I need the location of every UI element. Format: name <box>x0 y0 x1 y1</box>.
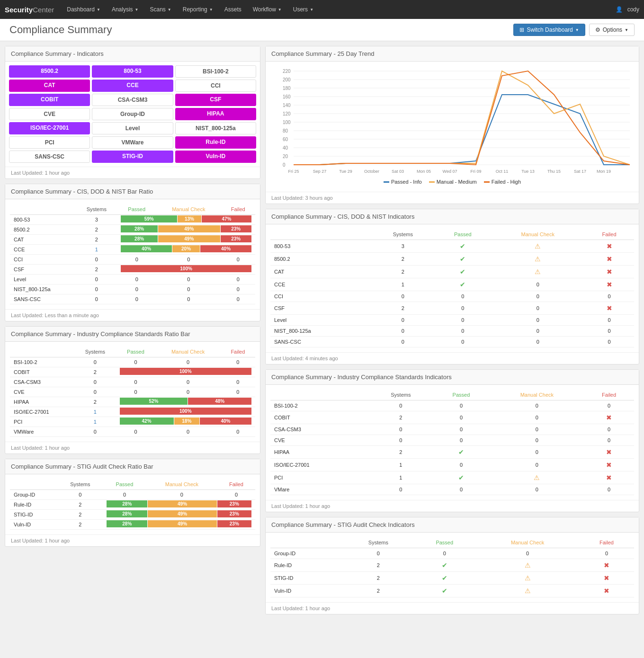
row-manual: 0 <box>490 400 584 411</box>
grid-icon: ⊞ <box>519 27 524 33</box>
row-name: 8500.2 <box>270 253 372 266</box>
page-title: Compliance Summary <box>9 24 112 36</box>
brand[interactable]: SecurityCenter <box>5 6 54 14</box>
indicator-cve[interactable]: CVE <box>9 108 90 120</box>
row-name: STIG-ID <box>270 572 344 585</box>
nav-workflow[interactable]: Workflow ▼ <box>247 0 287 19</box>
row-passed: 0 <box>413 548 476 559</box>
row-failed: 0 <box>217 490 255 500</box>
indicator-nist[interactable]: NIST_800-125a <box>175 122 256 134</box>
row-systems[interactable]: 1 <box>76 245 117 255</box>
row-manual: 0 <box>490 411 584 424</box>
indicator-csa[interactable]: CSA-CSM3 <box>92 94 173 106</box>
row-name: CAT <box>10 235 76 245</box>
cis-bar-body: Systems Passed Manual Check Failed 800-5… <box>5 199 260 309</box>
table-row: PCI 1 42%18%40% <box>10 417 255 427</box>
col-failed: Failed <box>584 390 634 400</box>
nav-dashboard[interactable]: Dashboard ▼ <box>61 0 106 19</box>
row-passed: 0 <box>434 337 491 347</box>
check-icon: ✔ <box>442 561 447 569</box>
svg-text:80: 80 <box>283 128 288 133</box>
indicator-800-53[interactable]: 800-53 <box>92 65 173 78</box>
fail-icon: ✖ <box>606 414 612 421</box>
indicator-hipaa[interactable]: HIPAA <box>175 108 256 120</box>
warn-icon: ⚠ <box>525 561 531 569</box>
cis-ind-header: Compliance Summary - CIS, DOD & NIST Ind… <box>266 209 639 224</box>
indicator-cobit[interactable]: COBIT <box>9 94 90 106</box>
row-systems[interactable]: 1 <box>74 417 116 427</box>
stig-bar-table: Systems Passed Manual Check Failed Group… <box>10 479 255 530</box>
indicator-vmware[interactable]: VMWare <box>92 136 173 149</box>
table-row: BSI-100-2 0 0 0 0 <box>10 357 255 367</box>
col-passed: Passed <box>103 479 146 490</box>
indicator-sans[interactable]: SANS-CSC <box>9 151 90 163</box>
row-name: Level <box>270 315 372 326</box>
navbar: SecurityCenter Dashboard ▼ Analysis ▼ Sc… <box>0 0 644 19</box>
row-manual: 0 <box>156 285 221 294</box>
indicator-bsi[interactable]: BSI-100-2 <box>175 65 256 78</box>
username[interactable]: cody <box>627 6 639 13</box>
row-systems: 3 <box>76 215 117 225</box>
row-manual: ⚠ <box>476 585 579 597</box>
row-systems[interactable]: 1 <box>74 407 116 417</box>
indicator-8500[interactable]: 8500.2 <box>9 65 90 78</box>
row-systems: 2 <box>76 225 117 235</box>
indicator-ruleid[interactable]: Rule-ID <box>175 136 256 149</box>
svg-text:Mon 05: Mon 05 <box>417 169 431 174</box>
indicator-pci[interactable]: PCI <box>9 136 90 149</box>
warn-icon: ⚠ <box>535 255 541 263</box>
indicator-stigid[interactable]: STIG-ID <box>92 151 173 163</box>
row-failed: ✖ <box>584 302 634 315</box>
row-name: CSF <box>270 302 372 315</box>
indicator-level[interactable]: Level <box>92 122 173 134</box>
svg-text:220: 220 <box>283 69 291 74</box>
nav-scans[interactable]: Scans ▼ <box>144 0 177 19</box>
svg-text:20: 20 <box>283 154 288 159</box>
table-row: Rule-ID 2 28%49%23% <box>10 500 255 510</box>
row-failed: 0 <box>221 275 255 285</box>
col-passed: Passed <box>117 204 156 215</box>
row-manual: 0 <box>491 326 584 337</box>
row-name: HIPAA <box>270 446 369 459</box>
indicator-cci[interactable]: CCI <box>175 80 256 92</box>
stig-bar-footer: Last Updated: 1 hour ago <box>5 534 260 546</box>
nav-users[interactable]: Users ▼ <box>287 0 319 19</box>
options-button[interactable]: ⚙ Options ▼ <box>589 24 635 36</box>
nav-assets[interactable]: Assets <box>219 0 247 19</box>
table-row: NIST_800-125a 0 0 0 0 <box>10 285 255 294</box>
row-passed: ✔ <box>434 240 491 253</box>
table-row: CCI 0 0 0 0 <box>270 291 634 302</box>
chart-legend: Passed - Info Manual - Medium Failed - H… <box>270 177 634 187</box>
row-systems: 0 <box>76 285 117 294</box>
nav-reporting[interactable]: Reporting ▼ <box>177 0 219 19</box>
svg-text:60: 60 <box>283 137 288 142</box>
row-passed: 0 <box>116 377 156 387</box>
col-passed: Passed <box>432 390 490 400</box>
nav-analysis[interactable]: Analysis ▼ <box>106 0 144 19</box>
main-content: Compliance Summary - Indicators 8500.2 8… <box>0 41 644 619</box>
svg-text:Mon 19: Mon 19 <box>597 169 611 174</box>
row-systems: 0 <box>74 387 116 397</box>
row-name: Vuln-ID <box>270 585 344 597</box>
row-passed: 0 <box>434 315 491 326</box>
trend-chart-svg: 220 200 180 160 140 120 100 80 60 40 20 … <box>270 66 634 175</box>
col-failed: Failed <box>221 204 255 215</box>
row-systems: 0 <box>369 435 432 446</box>
col-failed: Failed <box>217 479 255 490</box>
row-name: CCI <box>270 291 372 302</box>
indicator-vulnid[interactable]: Vuln-ID <box>175 151 256 163</box>
table-row: ISO/IEC-27001 1 100% <box>10 407 255 417</box>
indicator-iso[interactable]: ISO/IEC-27001 <box>9 122 90 134</box>
indicator-csf[interactable]: CSF <box>175 94 256 106</box>
indicator-cce[interactable]: CCE <box>92 80 173 92</box>
row-manual: 0 <box>155 357 220 367</box>
row-systems: 0 <box>76 294 117 304</box>
table-row: CSF 2 0 0 ✖ <box>270 302 634 315</box>
svg-text:Tue 29: Tue 29 <box>339 169 352 174</box>
col-passed: Passed <box>434 229 491 240</box>
row-manual: ⚠ <box>491 266 584 278</box>
indicator-cat[interactable]: CAT <box>9 80 90 92</box>
row-name: Group-ID <box>270 548 344 559</box>
switch-dashboard-button[interactable]: ⊞ Switch Dashboard ▼ <box>513 24 585 36</box>
indicator-groupid[interactable]: Group-ID <box>92 108 173 120</box>
